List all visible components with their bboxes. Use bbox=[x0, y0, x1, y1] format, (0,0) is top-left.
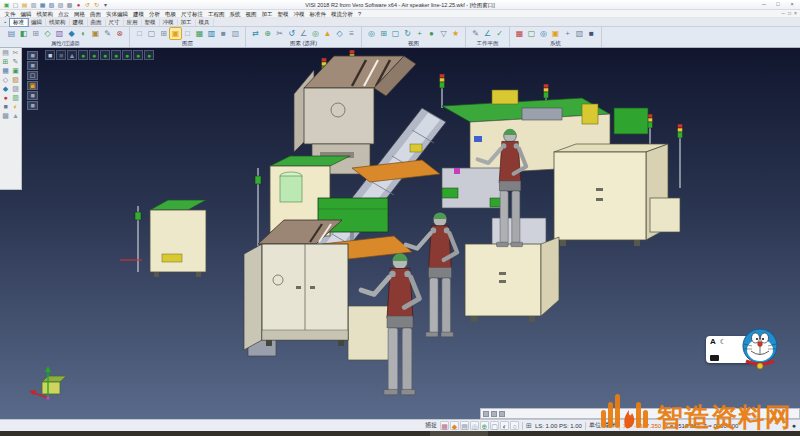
float-tool-icon[interactable]: ● bbox=[122, 50, 132, 60]
float-tool-icon[interactable]: ■ bbox=[45, 50, 55, 60]
toolbar-tab[interactable]: 线架构 bbox=[46, 19, 70, 26]
layer-filter-icon[interactable]: ⊞ bbox=[30, 28, 41, 39]
prompt-icon[interactable] bbox=[483, 411, 489, 417]
system-dark-icon[interactable]: ■ bbox=[586, 28, 597, 39]
select-list-icon[interactable]: ≡ bbox=[346, 28, 357, 39]
model-3d-assembly-line[interactable] bbox=[0, 48, 800, 419]
coordinate-grid-icon[interactable]: ⊞ bbox=[526, 421, 532, 430]
layer-empty-icon[interactable]: □ bbox=[182, 28, 193, 39]
system-target-icon[interactable]: ◎ bbox=[538, 28, 549, 39]
float-tool-icon[interactable]: ■ bbox=[27, 61, 38, 70]
menu-item[interactable]: 加工 bbox=[259, 10, 275, 18]
view-down-icon[interactable]: ▽ bbox=[438, 28, 449, 39]
delete-tool-icon[interactable]: ● bbox=[1, 94, 10, 102]
pattern-tool-icon[interactable]: ▩ bbox=[1, 112, 10, 120]
close-file-icon[interactable]: ▥ bbox=[30, 1, 37, 9]
menu-item[interactable]: 系统 bbox=[227, 10, 243, 18]
menu-item[interactable]: 模流分析 bbox=[329, 10, 356, 18]
minimize-button[interactable]: ─ bbox=[759, 0, 769, 9]
visibility-filter-icon[interactable]: ◐ bbox=[78, 28, 89, 39]
view-rotate-icon[interactable]: ↻ bbox=[402, 28, 413, 39]
customize-icon[interactable]: ▾ bbox=[102, 1, 109, 9]
select-rotate-icon[interactable]: ↺ bbox=[286, 28, 297, 39]
sketch-tool-icon[interactable]: ✎ bbox=[11, 58, 20, 66]
system-add-icon[interactable]: + bbox=[562, 28, 573, 39]
shell-tool-icon[interactable]: ▧ bbox=[11, 76, 20, 84]
ime-mode-letter[interactable]: A bbox=[710, 338, 716, 346]
select-solid-icon[interactable]: ▲ bbox=[322, 28, 333, 39]
system-frame-icon[interactable]: ▢ bbox=[526, 28, 537, 39]
menu-item[interactable]: 工程图 bbox=[206, 10, 228, 18]
float-tool-icon[interactable]: ● bbox=[78, 50, 88, 60]
float-tool-icon[interactable]: ■ bbox=[27, 51, 38, 60]
snap-point-icon[interactable]: ◆ bbox=[450, 421, 459, 430]
toolbar-tab[interactable]: 编辑 bbox=[28, 19, 46, 26]
mdi-close-button[interactable]: × bbox=[794, 10, 797, 17]
layer-list-icon[interactable]: ▢ bbox=[146, 28, 157, 39]
menu-item[interactable]: 视图 bbox=[243, 10, 259, 18]
view-save-icon[interactable]: ★ bbox=[450, 28, 461, 39]
layer-settings-icon[interactable]: ▧ bbox=[230, 28, 241, 39]
restore-button[interactable]: □ bbox=[773, 0, 783, 9]
open-file-icon[interactable]: ▤ bbox=[21, 1, 28, 9]
float-tool-icon[interactable]: ● bbox=[89, 50, 99, 60]
float-tool-icon[interactable]: □ bbox=[27, 71, 38, 80]
layer-new-icon[interactable]: □ bbox=[134, 28, 145, 39]
toolbar-tab[interactable]: 冲模 bbox=[160, 19, 178, 26]
print-icon[interactable]: ▨ bbox=[57, 1, 64, 9]
wireframe-tool-icon[interactable]: ▤ bbox=[1, 49, 10, 57]
save-icon[interactable]: ▦ bbox=[39, 1, 46, 9]
view-pan-icon[interactable]: ▢ bbox=[390, 28, 401, 39]
trim-tool-icon[interactable]: ✂ bbox=[11, 49, 20, 57]
workplane-ok-icon[interactable]: ✓ bbox=[494, 28, 505, 39]
menu-item[interactable]: 冲模 bbox=[291, 10, 307, 18]
menu-item[interactable]: 分析 bbox=[147, 10, 163, 18]
snap-end-icon[interactable]: ▢ bbox=[490, 421, 499, 430]
float-tool-icon[interactable]: ● bbox=[133, 50, 143, 60]
redo-icon[interactable]: ↻ bbox=[93, 1, 100, 9]
prompt-bar[interactable] bbox=[480, 408, 800, 419]
view-zoom-icon[interactable]: + bbox=[414, 28, 425, 39]
menu-item[interactable]: 建模 bbox=[131, 10, 147, 18]
menu-item[interactable]: 网格 bbox=[72, 10, 88, 18]
workplane-angle-icon[interactable]: ∠ bbox=[482, 28, 493, 39]
attributes-icon[interactable]: ▤ bbox=[6, 28, 17, 39]
float-tool-icon[interactable]: ● bbox=[111, 50, 121, 60]
toolbar-tab[interactable]: 标准 bbox=[10, 19, 28, 26]
toolbar-tab[interactable]: 应用 bbox=[124, 19, 142, 26]
select-circle-icon[interactable]: ◎ bbox=[310, 28, 321, 39]
snap-grid-icon[interactable]: ▦ bbox=[440, 421, 449, 430]
view-shade-icon[interactable]: ● bbox=[426, 28, 437, 39]
curve-tool-icon[interactable]: ◇ bbox=[1, 76, 10, 84]
float-tool-icon[interactable]: ■ bbox=[27, 101, 38, 110]
float-tool-icon[interactable]: ▲ bbox=[67, 50, 77, 60]
toolbar-tab[interactable]: 尺寸 bbox=[106, 19, 124, 26]
snap-tangent-icon[interactable]: ◐ bbox=[500, 421, 509, 430]
lock-filter-icon[interactable]: ▣ bbox=[90, 28, 101, 39]
hatch-tool-icon[interactable]: ▨ bbox=[11, 85, 20, 93]
system-colors-icon[interactable]: ▦ bbox=[514, 28, 525, 39]
prompt-icon[interactable] bbox=[491, 411, 497, 417]
close-button[interactable]: × bbox=[787, 0, 797, 9]
selection-filter-icon[interactable]: ▧ bbox=[54, 28, 65, 39]
menu-item[interactable]: ? bbox=[356, 10, 364, 18]
entity-filter-icon[interactable]: ◆ bbox=[66, 28, 77, 39]
toolbar-collapse-button[interactable]: ▪ bbox=[2, 18, 9, 26]
float-tool-icon[interactable]: ■ bbox=[56, 50, 66, 60]
toolbar-tab[interactable]: 建模 bbox=[70, 19, 88, 26]
menu-item[interactable]: 点云 bbox=[56, 10, 72, 18]
toolbar-tab[interactable]: 加工 bbox=[178, 19, 196, 26]
snap-center-icon[interactable]: ◎ bbox=[470, 421, 479, 430]
layer-move-icon[interactable]: ▥ bbox=[206, 28, 217, 39]
toolbar-tab[interactable]: 曲面 bbox=[88, 19, 106, 26]
workplane-edit-icon[interactable]: ✎ bbox=[470, 28, 481, 39]
arrow-tool-icon[interactable]: ▲ bbox=[11, 112, 20, 120]
prompt-icon[interactable] bbox=[499, 411, 505, 417]
layer-current-icon[interactable]: ▣ bbox=[170, 28, 181, 39]
menu-item[interactable]: 尺寸标注 bbox=[179, 10, 206, 18]
color-filter-icon[interactable]: ◧ bbox=[18, 28, 29, 39]
highlight-filter-icon[interactable]: ✎ bbox=[102, 28, 113, 39]
new-file-icon[interactable]: ▢ bbox=[12, 1, 19, 9]
layer-all-icon[interactable]: ■ bbox=[218, 28, 229, 39]
float-tool-icon[interactable]: ▣ bbox=[27, 81, 38, 90]
